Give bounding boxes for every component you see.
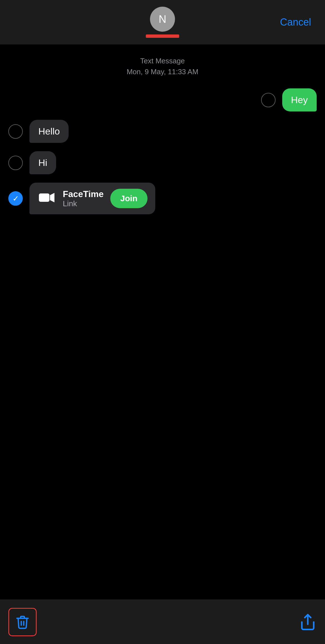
select-circle-msg2[interactable] <box>8 124 23 139</box>
select-circle-msg1[interactable] <box>261 93 276 107</box>
facetime-bubble: FaceTime Link Join <box>29 183 155 214</box>
facetime-video-icon <box>37 189 56 208</box>
conversation-header: Text Message Mon, 9 May, 11:33 AM <box>0 56 325 77</box>
svg-marker-1 <box>50 193 54 202</box>
facetime-info: FaceTime Link <box>63 189 104 208</box>
join-button[interactable]: Join <box>110 189 148 208</box>
message-bubble-incoming-hi: Hi <box>29 151 56 174</box>
message-row: Hello <box>0 120 325 143</box>
share-button[interactable] <box>299 613 317 631</box>
delete-button-wrap <box>8 608 37 636</box>
trash-icon <box>15 615 30 630</box>
checkmark-icon: ✓ <box>12 194 19 203</box>
message-bubble-incoming: Hello <box>29 120 69 143</box>
avatar-underline <box>146 34 179 38</box>
select-circle-msg3[interactable] <box>8 156 23 170</box>
message-row-facetime: ✓ FaceTime Link Join <box>0 183 325 214</box>
messages-area: Text Message Mon, 9 May, 11:33 AM Hey He… <box>0 44 325 214</box>
share-icon <box>299 613 317 631</box>
bottom-toolbar <box>0 600 325 644</box>
message-bubble-outgoing: Hey <box>282 88 317 111</box>
contact-avatar-area: N <box>146 7 179 38</box>
select-circle-msg4[interactable]: ✓ <box>8 191 23 206</box>
video-camera-icon <box>38 190 55 207</box>
avatar: N <box>150 7 175 32</box>
cancel-button[interactable]: Cancel <box>280 16 311 28</box>
delete-button[interactable] <box>11 611 34 633</box>
message-row: Hi <box>0 151 325 174</box>
message-row: Hey <box>0 88 325 111</box>
svg-rect-0 <box>39 193 49 202</box>
top-bar: N Cancel <box>0 0 325 44</box>
